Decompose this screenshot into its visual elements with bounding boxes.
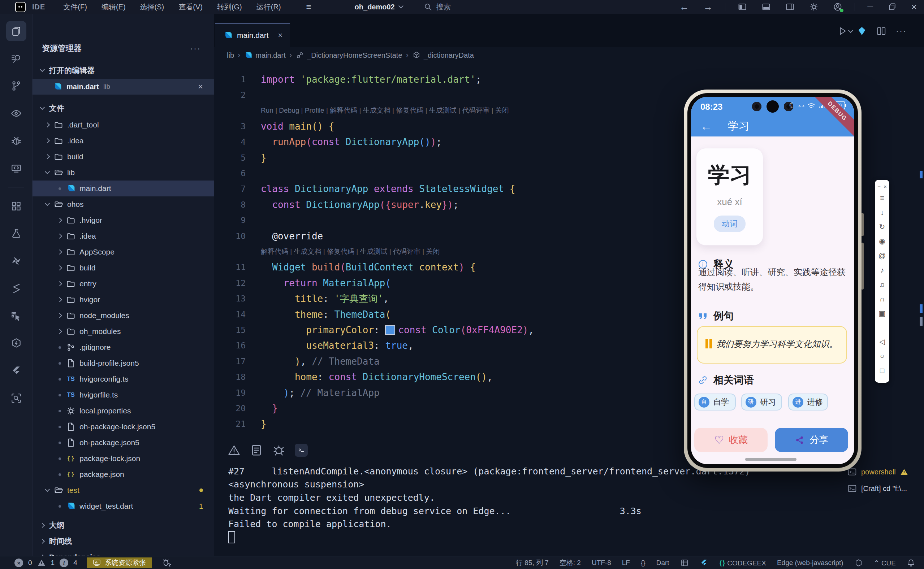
tree-item-hvigorfile.ts[interactable]: TShvigorfile.ts [32, 387, 214, 403]
tree-item-node_modules[interactable]: node_modules [32, 307, 214, 324]
hexagon-badge-icon[interactable] [854, 558, 863, 567]
breadcrumb-lib[interactable]: lib [227, 51, 234, 59]
status-line-col[interactable]: 行 85, 列 7 [516, 558, 549, 567]
emulator-nav-recents-icon[interactable]: □ [875, 363, 889, 378]
output-icon[interactable] [250, 444, 263, 457]
layout-grid-icon[interactable] [680, 558, 689, 567]
tree-item-lib[interactable]: lib [32, 164, 214, 181]
tree-item-.idea[interactable]: .idea [32, 133, 214, 149]
more-actions-icon[interactable]: ··· [190, 40, 201, 56]
hamburger-menu-icon[interactable]: ≡ [306, 2, 311, 12]
codegeex-status[interactable]: ⟨⟩ CODEGEEX [719, 559, 766, 567]
nav-forward-icon[interactable]: → [703, 2, 713, 13]
toggle-rightpanel-icon[interactable] [785, 2, 795, 12]
emulator-screenshot-icon[interactable]: ▣ [875, 306, 889, 321]
menu-转到(G)[interactable]: 转到(G) [217, 2, 242, 12]
debug-attach-icon[interactable] [162, 558, 172, 568]
emulator-close-icon[interactable]: × [884, 183, 887, 190]
errors-icon[interactable]: × [14, 558, 23, 567]
tree-item-ohos[interactable]: ohos [32, 196, 214, 212]
close-icon[interactable]: × [278, 31, 283, 40]
emulator-volume-up-icon[interactable]: ♪ [875, 263, 889, 277]
warnings-icon[interactable] [37, 558, 46, 567]
related-chip-研习[interactable]: 研研习 [741, 394, 782, 411]
favorite-button[interactable]: ♡ 收藏 [694, 428, 768, 452]
debug-console-icon[interactable] [272, 444, 285, 457]
open-editors-header[interactable]: 打开的编辑器 [32, 62, 214, 78]
window-minimize-icon[interactable]: ─ [867, 2, 873, 12]
status-language[interactable]: Dart [656, 559, 669, 567]
activity-preview-icon[interactable] [6, 103, 26, 123]
project-selector[interactable]: oh_demo02 [355, 3, 403, 11]
activity-code-brackets-icon[interactable] [6, 278, 26, 298]
cue-status[interactable]: ⌃ CUE [874, 559, 896, 567]
activity-ai-star-icon[interactable] [6, 251, 26, 271]
activity-source-control-icon[interactable] [6, 76, 26, 96]
back-arrow-icon[interactable]: ← [700, 120, 712, 133]
settings-gear-icon[interactable] [809, 2, 819, 12]
tree-item-main.dart[interactable]: main.dart [32, 181, 214, 196]
activity-extensions-icon[interactable] [6, 196, 26, 216]
sidebar-section-大纲[interactable]: 大纲 [32, 517, 214, 533]
tree-item-.idea[interactable]: .idea [32, 228, 214, 244]
activity-explorer-icon[interactable] [6, 21, 26, 41]
tree-item-oh-package-lock.json5[interactable]: oh-package-lock.json5 [32, 419, 214, 435]
menu-选择(S)[interactable]: 选择(S) [140, 2, 165, 12]
emulator-nav-home-icon[interactable]: ○ [875, 349, 889, 363]
menu-查看(V)[interactable]: 查看(V) [178, 2, 203, 12]
window-close-icon[interactable]: × [911, 2, 917, 13]
terminal-item-craft[interactable]: [Craft] cd "f:\... [848, 481, 921, 496]
tree-item-widget_test.dart[interactable]: widget_test.dart1 [32, 498, 214, 514]
infos-icon[interactable]: i [59, 558, 68, 567]
tree-item-.hvigor[interactable]: .hvigor [32, 212, 214, 228]
more-actions-icon[interactable]: ··· [896, 26, 907, 36]
account-avatar[interactable] [833, 2, 842, 12]
emulator-install-icon[interactable]: ↓ [875, 205, 889, 219]
activity-test-flask-icon[interactable] [6, 224, 26, 244]
notifications-bell-icon[interactable] [907, 558, 915, 567]
files-section-header[interactable]: 文件 [32, 100, 214, 116]
run-button[interactable] [837, 26, 848, 36]
tree-item-AppScope[interactable]: AppScope [32, 244, 214, 260]
activity-remote-device-icon[interactable] [6, 158, 26, 178]
status-eol[interactable]: LF [622, 559, 630, 567]
tree-item-build[interactable]: build [32, 149, 214, 164]
emulator-nav-back-icon[interactable]: ◁ [875, 334, 889, 349]
tree-item-entry[interactable]: entry [32, 276, 214, 292]
nav-back-icon[interactable]: ← [680, 2, 689, 13]
emulator-mention-icon[interactable]: @ [875, 248, 889, 263]
tree-item-package-lock.json[interactable]: { }package-lock.json [32, 450, 214, 467]
activity-hexagon-bolt-icon[interactable] [6, 333, 26, 353]
activity-code-scan-icon[interactable] [6, 388, 26, 408]
emulator-minimize-icon[interactable]: − [877, 183, 881, 190]
problems-icon[interactable] [227, 444, 241, 457]
home-indicator[interactable] [745, 458, 796, 461]
activity-search-icon[interactable] [6, 49, 26, 68]
tree-item-test[interactable]: test [32, 482, 214, 498]
breadcrumb-_dictionaryData[interactable]: _dictionaryData [412, 51, 474, 59]
emulator-volume-down-icon[interactable]: ♫ [875, 277, 889, 292]
window-restore-icon[interactable] [887, 2, 897, 12]
global-search[interactable]: 搜索 [423, 2, 451, 12]
tree-item-local.properties[interactable]: local.properties [32, 403, 214, 419]
status-indent[interactable]: 空格: 2 [560, 558, 581, 567]
breadcrumb-main.dart[interactable]: main.dart [244, 51, 285, 59]
activity-flutter-icon[interactable] [6, 361, 26, 381]
tree-item-oh-package.json5[interactable]: oh-package.json5 [32, 435, 214, 450]
dart-devtools-icon[interactable] [857, 26, 867, 36]
status-braces[interactable]: {} [641, 559, 645, 567]
tab-main-dart[interactable]: main.dart × [215, 23, 290, 47]
status-encoding[interactable]: UTF-8 [592, 559, 611, 567]
emulator-menu-icon[interactable]: ≡ [875, 191, 889, 205]
tree-item-.gitignore[interactable]: .gitignore [32, 339, 214, 355]
tree-item-package.json[interactable]: { }package.json [32, 467, 214, 482]
emulator-headset-icon[interactable]: ∩ [875, 292, 889, 306]
tree-item-build[interactable]: build [32, 260, 214, 276]
menu-运行(R)[interactable]: 运行(R) [256, 2, 281, 12]
emulator-rotate-icon[interactable]: ↻ [875, 219, 889, 234]
close-icon[interactable]: × [198, 82, 203, 92]
resource-warning-badge[interactable]: 系统资源紧张 [87, 557, 152, 568]
tree-item-.dart_tool[interactable]: .dart_tool [32, 117, 214, 133]
related-chip-进修[interactable]: 进进修 [788, 394, 828, 411]
activity-debug-icon[interactable] [6, 131, 26, 151]
